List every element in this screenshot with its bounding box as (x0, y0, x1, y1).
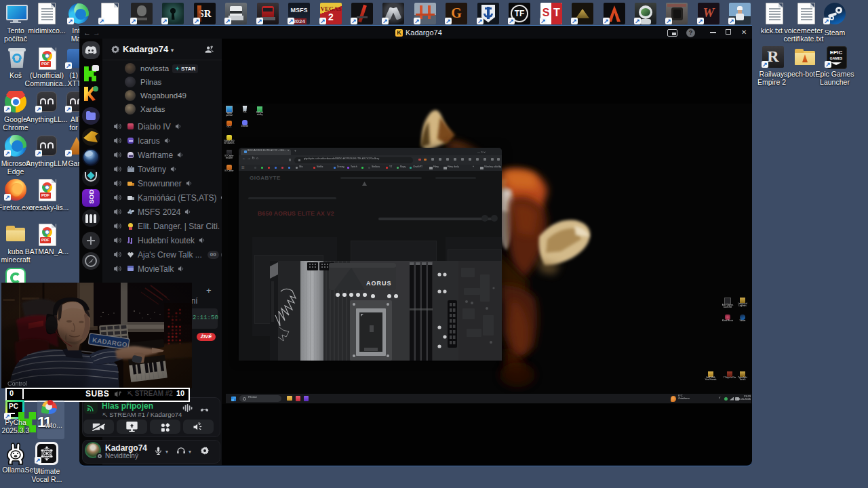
svg-text:Control: Control (7, 380, 27, 387)
svg-text:AORUS: AORUS (366, 280, 392, 287)
